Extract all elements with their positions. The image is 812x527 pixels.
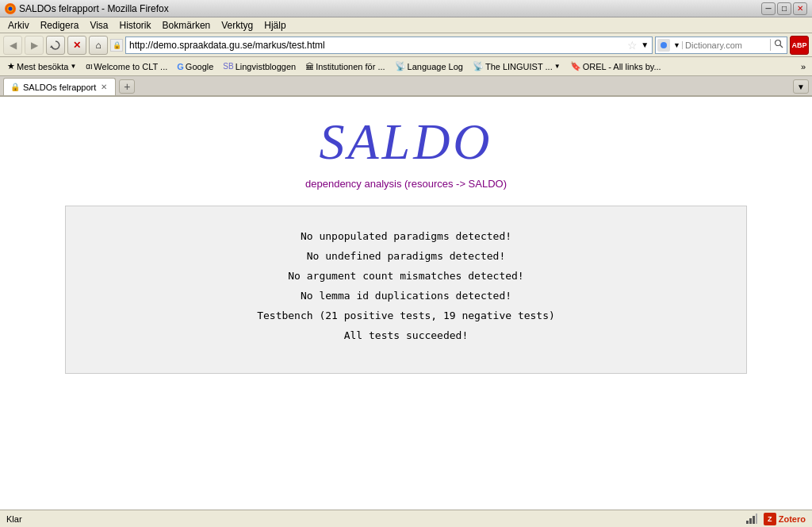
- bookmark-star-icon[interactable]: ☆: [627, 39, 638, 52]
- svg-point-4: [661, 42, 667, 48]
- back-button[interactable]: ◀: [3, 36, 22, 55]
- menu-bokmarken[interactable]: Bokmärken: [158, 18, 216, 33]
- orel-icon: 🔖: [570, 61, 581, 71]
- linguist-icon: 📡: [473, 61, 484, 71]
- result-line-2: No undefined paradigms detected!: [82, 250, 730, 262]
- menu-visa[interactable]: Visa: [85, 18, 113, 33]
- bookmark-orel[interactable]: 🔖 OREL - All links by...: [566, 60, 665, 73]
- bookmarks-bar: ★ Mest besökta ▼ αι Welcome to CLT ... G…: [0, 57, 812, 76]
- svg-marker-3: [50, 45, 53, 48]
- status-text: Klar: [6, 514, 22, 524]
- menu-redigera[interactable]: Redigera: [36, 18, 84, 33]
- bookmark-linguist[interactable]: 📡 The LINGUIST ... ▼: [469, 60, 565, 73]
- firefox-icon: [5, 3, 16, 14]
- menu-historik[interactable]: Historik: [115, 18, 156, 33]
- network-icon: [745, 513, 757, 525]
- result-line-4: No lemma id duplications detected!: [82, 290, 730, 302]
- page-content: SALDO dependency analysis (resources -> …: [0, 97, 812, 510]
- close-button[interactable]: ✕: [793, 2, 807, 15]
- address-dropdown-button[interactable]: ▼: [641, 40, 649, 49]
- search-engine-icon: [657, 39, 670, 52]
- tab-list-dropdown[interactable]: ▼: [793, 79, 809, 94]
- status-bar: Klar Z Zotero: [0, 510, 812, 527]
- result-line-1: No unpopulated paradigms detected!: [82, 230, 730, 242]
- most-visited-icon: ★: [7, 61, 15, 71]
- result-line-5: Testbench (21 positive tests, 19 negativ…: [82, 310, 730, 321]
- menu-arkiv[interactable]: Arkiv: [3, 18, 34, 33]
- maximize-button[interactable]: □: [777, 2, 791, 15]
- search-go-button[interactable]: [770, 39, 787, 51]
- clt-label: Welcome to CLT ...: [94, 62, 167, 71]
- svg-rect-8: [749, 518, 752, 524]
- svg-point-5: [776, 40, 781, 46]
- svg-rect-7: [746, 521, 749, 524]
- address-bar[interactable]: ☆ ▼: [125, 37, 653, 54]
- saldo-title: SALDO: [319, 113, 492, 171]
- forward-button[interactable]: ▶: [25, 36, 44, 55]
- linguist-dropdown[interactable]: ▼: [554, 63, 561, 70]
- new-tab-button[interactable]: +: [119, 79, 135, 94]
- zotero-icon: Z: [764, 513, 776, 525]
- svg-point-2: [9, 6, 13, 10]
- result-line-3: No argument count mismatches detected!: [82, 270, 730, 282]
- zotero-label: Zotero: [779, 514, 806, 524]
- result-line-6: All tests succeeded!: [82, 329, 730, 341]
- google-icon: G: [177, 62, 184, 71]
- clt-icon: αι: [86, 62, 92, 71]
- inst-label: Institutionen för ...: [316, 62, 385, 71]
- most-visited-label: Mest besökta: [17, 62, 68, 71]
- favicon: 🔒: [110, 39, 123, 52]
- svg-rect-9: [753, 516, 755, 524]
- most-visited-dropdown[interactable]: ▼: [70, 63, 76, 70]
- address-bar-container: 🔒 ☆ ▼ ▼ ABP: [110, 36, 809, 55]
- lingvist-label: Lingvistbloggen: [236, 62, 296, 71]
- zotero-logo: Z Zotero: [764, 513, 806, 525]
- adblock-button[interactable]: ABP: [790, 36, 809, 55]
- nav-bar: ◀ ▶ ✕ ⌂ 🔒 ☆ ▼ ▼: [0, 33, 812, 57]
- active-tab[interactable]: 🔒 SALDOs felrapport ✕: [3, 78, 116, 95]
- inst-icon: 🏛: [305, 62, 314, 71]
- home-button[interactable]: ⌂: [89, 36, 108, 55]
- lingvist-icon: SB: [223, 62, 233, 71]
- tabs-bar: 🔒 SALDOs felrapport ✕ + ▼: [0, 76, 812, 97]
- menu-hjalp[interactable]: Hjälp: [259, 18, 290, 33]
- svg-rect-10: [756, 514, 757, 524]
- subtitle-link[interactable]: dependency analysis (resources -> SALDO): [305, 178, 507, 190]
- google-label: Google: [186, 62, 213, 71]
- reload-button[interactable]: [46, 36, 65, 55]
- bookmarks-more-button[interactable]: »: [798, 60, 809, 73]
- active-tab-label: SALDOs felrapport: [23, 83, 96, 92]
- bookmark-clt[interactable]: αι Welcome to CLT ...: [82, 60, 171, 73]
- search-bar: ▼: [655, 37, 787, 54]
- results-box: No unpopulated paradigms detected! No un…: [65, 206, 747, 374]
- bookmark-institutionen[interactable]: 🏛 Institutionen för ...: [301, 60, 389, 73]
- status-bar-right: Z Zotero: [745, 513, 806, 525]
- minimize-button[interactable]: ─: [761, 2, 776, 15]
- page-area: SALDO dependency analysis (resources -> …: [0, 97, 812, 527]
- menu-verktyg[interactable]: Verktyg: [216, 18, 258, 33]
- bookmark-most-visited[interactable]: ★ Mest besökta ▼: [3, 60, 80, 73]
- linguist-label: The LINGUIST ...: [485, 62, 553, 71]
- bookmark-lingvist[interactable]: SB Lingvistbloggen: [219, 60, 300, 73]
- search-input[interactable]: [683, 40, 770, 50]
- menu-bar: Arkiv Redigera Visa Historik Bokmärken V…: [0, 17, 812, 33]
- title-bar: SALDOs felrapport - Mozilla Firefox ─ □ …: [0, 0, 812, 17]
- browser-window: SALDOs felrapport - Mozilla Firefox ─ □ …: [0, 0, 812, 527]
- tab-favicon: 🔒: [10, 83, 20, 91]
- svg-line-6: [780, 45, 783, 48]
- orel-label: OREL - All links by...: [583, 62, 661, 71]
- langlog-label: Language Log: [408, 62, 463, 71]
- window-controls: ─ □ ✕: [761, 2, 807, 15]
- bookmark-google[interactable]: G Google: [173, 60, 217, 73]
- search-engine-dropdown[interactable]: ▼: [672, 41, 683, 49]
- title-bar-left: SALDOs felrapport - Mozilla Firefox: [5, 3, 169, 14]
- tab-close-button[interactable]: ✕: [99, 82, 109, 92]
- window-title: SALDOs felrapport - Mozilla Firefox: [19, 3, 169, 14]
- bookmark-langlog[interactable]: 📡 Language Log: [391, 60, 467, 73]
- langlog-icon: 📡: [395, 61, 406, 71]
- address-input[interactable]: [129, 40, 624, 51]
- stop-button[interactable]: ✕: [67, 36, 86, 55]
